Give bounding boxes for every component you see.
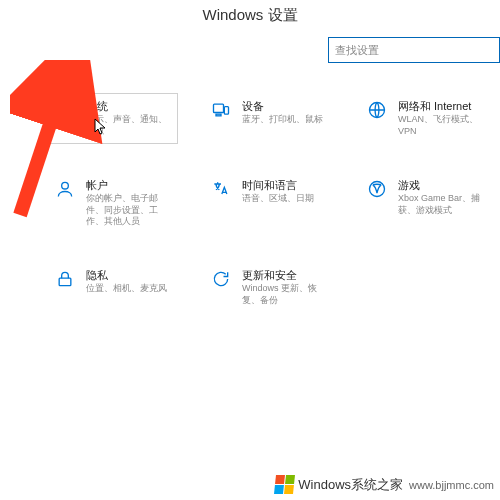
tile-accounts[interactable]: 帐户 你的帐户、电子邮件、同步设置、工作、其他人员 xyxy=(48,172,178,234)
svg-rect-0 xyxy=(58,103,73,113)
svg-rect-1 xyxy=(214,104,224,112)
tile-devices[interactable]: 设备 蓝牙、打印机、鼠标 xyxy=(204,93,334,144)
tile-sub: Windows 更新、恢复、备份 xyxy=(242,283,328,306)
update-icon xyxy=(210,268,232,290)
lock-icon xyxy=(54,268,76,290)
tile-network[interactable]: 网络和 Internet WLAN、飞行模式、VPN xyxy=(360,93,490,144)
tile-gaming[interactable]: 游戏 Xbox Game Bar、捕获、游戏模式 xyxy=(360,172,490,234)
tile-title: 帐户 xyxy=(86,178,172,192)
tile-update-security[interactable]: 更新和安全 Windows 更新、恢复、备份 xyxy=(204,262,334,313)
tile-privacy[interactable]: 隐私 位置、相机、麦克风 xyxy=(48,262,178,313)
tile-title: 更新和安全 xyxy=(242,268,328,282)
search-placeholder: 查找设置 xyxy=(335,43,379,58)
tile-sub: 显示、声音、通知、电源 xyxy=(86,114,172,137)
watermark: Windows系统之家 www.bjjmmc.com xyxy=(275,475,494,494)
tile-system[interactable]: 系统 显示、声音、通知、电源 xyxy=(48,93,178,144)
tile-time-language[interactable]: 时间和语言 语音、区域、日期 xyxy=(204,172,334,234)
person-icon xyxy=(54,178,76,200)
page-title: Windows 设置 xyxy=(0,0,500,37)
watermark-brand: Windows系统之家 xyxy=(298,476,403,494)
watermark-url: www.bjjmmc.com xyxy=(409,479,494,491)
search-input[interactable]: 查找设置 xyxy=(328,37,500,63)
svg-point-5 xyxy=(62,182,69,189)
devices-icon xyxy=(210,99,232,121)
tile-sub: 你的帐户、电子邮件、同步设置、工作、其他人员 xyxy=(86,193,172,228)
tile-title: 网络和 Internet xyxy=(398,99,484,113)
globe-icon xyxy=(366,99,388,121)
xbox-icon xyxy=(366,178,388,200)
svg-rect-2 xyxy=(224,107,228,115)
tile-title: 系统 xyxy=(86,99,172,113)
monitor-icon xyxy=(54,99,76,121)
tile-sub: Xbox Game Bar、捕获、游戏模式 xyxy=(398,193,484,216)
language-icon xyxy=(210,178,232,200)
settings-grid: 系统 显示、声音、通知、电源 设备 蓝牙、打印机、鼠标 网络和 Internet… xyxy=(0,63,500,313)
svg-rect-3 xyxy=(216,114,221,116)
windows-logo-icon xyxy=(274,475,295,494)
tile-title: 时间和语言 xyxy=(242,178,328,192)
tile-sub: 位置、相机、麦克风 xyxy=(86,283,172,295)
tile-sub: 蓝牙、打印机、鼠标 xyxy=(242,114,328,126)
tile-title: 游戏 xyxy=(398,178,484,192)
tile-title: 设备 xyxy=(242,99,328,113)
tile-title: 隐私 xyxy=(86,268,172,282)
tile-sub: WLAN、飞行模式、VPN xyxy=(398,114,484,137)
svg-rect-7 xyxy=(59,278,71,286)
tile-sub: 语音、区域、日期 xyxy=(242,193,328,205)
